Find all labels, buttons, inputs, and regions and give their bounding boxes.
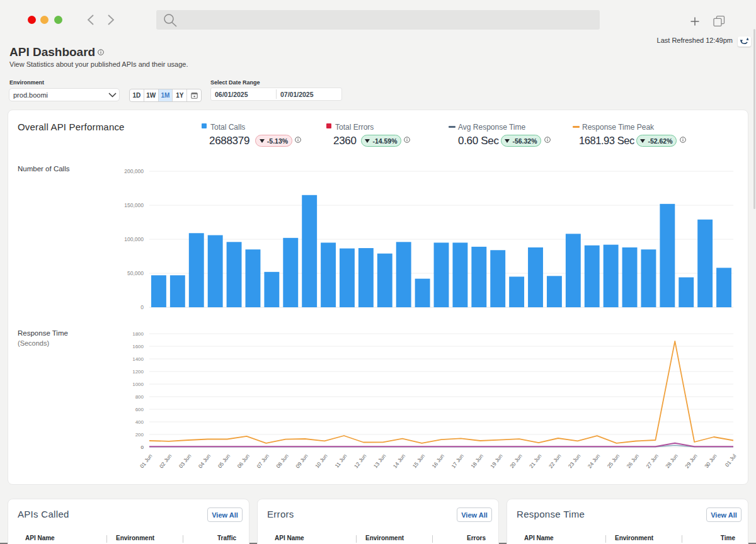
svg-text:17 Jun: 17 Jun — [450, 453, 465, 469]
svg-text:15 Jun: 15 Jun — [411, 453, 427, 469]
svg-text:06 Jun: 06 Jun — [236, 453, 251, 469]
svg-text:12 Jun: 12 Jun — [353, 453, 368, 469]
svg-text:23 Jun: 23 Jun — [567, 453, 582, 469]
svg-text:05 Jun: 05 Jun — [217, 453, 232, 469]
svg-text:0: 0 — [140, 304, 144, 310]
svg-text:01 Jul: 01 Jul — [724, 453, 738, 468]
svg-text:1000: 1000 — [132, 382, 144, 387]
svg-text:24 Jun: 24 Jun — [587, 453, 602, 469]
svg-text:150,000: 150,000 — [124, 202, 144, 208]
svg-text:03 Jun: 03 Jun — [178, 453, 193, 469]
svg-text:09 Jun: 09 Jun — [294, 453, 309, 469]
svg-text:1600: 1600 — [132, 344, 144, 349]
svg-text:50,000: 50,000 — [127, 270, 144, 276]
svg-text:16 Jun: 16 Jun — [430, 453, 445, 469]
svg-text:01 Jun: 01 Jun — [139, 453, 154, 469]
svg-text:07 Jun: 07 Jun — [255, 453, 270, 469]
svg-text:14 Jun: 14 Jun — [392, 453, 407, 469]
svg-text:400: 400 — [135, 419, 144, 425]
svg-text:18 Jun: 18 Jun — [469, 453, 484, 469]
svg-text:02 Jun: 02 Jun — [158, 453, 173, 469]
svg-text:200: 200 — [135, 432, 144, 438]
svg-text:28 Jun: 28 Jun — [664, 453, 679, 469]
svg-text:21 Jun: 21 Jun — [528, 453, 543, 469]
svg-text:19 Jun: 19 Jun — [489, 453, 504, 469]
svg-text:200,000: 200,000 — [124, 168, 144, 174]
svg-text:0: 0 — [141, 445, 144, 450]
svg-text:10 Jun: 10 Jun — [314, 453, 329, 469]
svg-text:1200: 1200 — [132, 369, 144, 375]
svg-text:11 Jun: 11 Jun — [333, 453, 348, 469]
svg-text:1400: 1400 — [132, 356, 144, 362]
svg-text:13 Jun: 13 Jun — [372, 453, 387, 469]
svg-text:1800: 1800 — [132, 331, 144, 337]
svg-text:08 Jun: 08 Jun — [275, 453, 290, 469]
svg-text:600: 600 — [135, 407, 144, 412]
svg-text:25 Jun: 25 Jun — [606, 453, 621, 469]
svg-text:30 Jun: 30 Jun — [703, 453, 718, 469]
svg-text:100,000: 100,000 — [124, 236, 144, 242]
svg-text:26 Jun: 26 Jun — [625, 453, 640, 469]
svg-text:29 Jun: 29 Jun — [684, 453, 699, 469]
svg-text:20 Jun: 20 Jun — [508, 453, 524, 469]
svg-text:800: 800 — [135, 394, 144, 400]
svg-text:22 Jun: 22 Jun — [547, 453, 563, 469]
svg-text:27 Jun: 27 Jun — [644, 453, 660, 469]
svg-text:04 Jun: 04 Jun — [197, 453, 212, 469]
